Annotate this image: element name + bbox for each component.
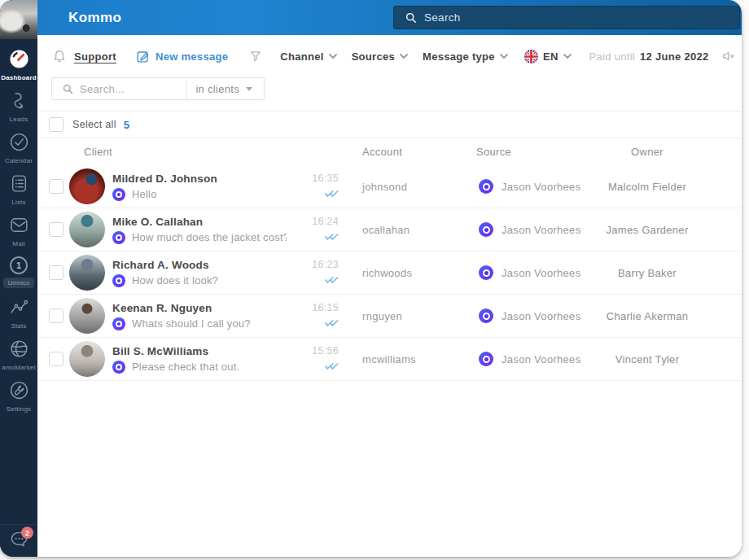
sidebar-item-label: Stats xyxy=(11,322,26,330)
search-scope-dropdown[interactable]: in clients xyxy=(186,78,264,99)
sidebar: Dashboard Leads Calendar Lists Mail xyxy=(0,0,37,557)
row-checkbox[interactable] xyxy=(49,265,64,280)
client-name: Mildred D. Johnson xyxy=(112,173,217,185)
client-name: Keenan R. Nguyen xyxy=(112,302,251,314)
client-cell: Bill S. McWilliams Please check that out… xyxy=(69,338,350,380)
client-last-message: Hello xyxy=(112,188,217,201)
sidebar-item-leads[interactable]: Leads xyxy=(0,86,37,128)
umnico-message-icon xyxy=(112,361,125,374)
new-message-button[interactable]: New message xyxy=(155,50,228,63)
uk-flag-icon xyxy=(524,50,538,63)
sidebar-item-label: Settings xyxy=(7,405,32,413)
topbar: Kommo Search xyxy=(37,0,742,35)
language-dropdown[interactable]: EN xyxy=(524,50,572,63)
account-cell: rnguyen xyxy=(350,310,464,322)
source-cell: Jason Voorhees xyxy=(464,352,594,366)
column-header-owner: Owner xyxy=(594,146,700,158)
select-all-checkbox[interactable] xyxy=(49,117,64,132)
source-cell: Jason Voorhees xyxy=(464,222,594,237)
client-table-body: Mildred D. Johnson Hello 16:35 xyxy=(37,165,742,381)
table-row[interactable]: Mildred D. Johnson Hello 16:35 xyxy=(37,165,742,208)
filter-funnel-icon[interactable] xyxy=(249,50,262,63)
row-checkbox-cell xyxy=(49,308,69,323)
table-row[interactable]: Bill S. McWilliams Please check that out… xyxy=(37,338,742,381)
new-message-icon[interactable] xyxy=(136,50,150,63)
search-icon xyxy=(405,12,417,24)
source-cell: Jason Voorhees xyxy=(464,179,594,194)
time-block: 16:15 xyxy=(312,302,339,327)
support-link[interactable]: Support xyxy=(74,50,116,63)
client-last-message: How much does the jacket cost? xyxy=(112,231,287,244)
global-search-placeholder: Search xyxy=(424,11,461,24)
toolbar: Support New message Channel Sources Mess… xyxy=(37,35,742,77)
channel-dropdown[interactable]: Channel xyxy=(280,50,336,63)
client-name: Richard A. Woods xyxy=(112,259,218,271)
sources-dropdown[interactable]: Sources xyxy=(352,50,408,63)
client-search-row: Search... in clients xyxy=(37,77,742,112)
client-text: Mike O. Callahan How much does the jacke… xyxy=(112,216,287,244)
message-text: How much does the jacket cost? xyxy=(132,231,287,243)
owner-cell: Charlie Akerman xyxy=(594,310,700,322)
time-block: 15:56 xyxy=(312,345,339,370)
client-search-input[interactable]: Search... xyxy=(80,83,186,95)
row-checkbox-cell xyxy=(49,265,69,280)
row-checkbox[interactable] xyxy=(49,179,64,194)
umnico-source-icon xyxy=(479,308,493,323)
umnico-message-icon xyxy=(112,274,125,287)
double-check-icon xyxy=(324,276,339,284)
client-name: Mike O. Callahan xyxy=(112,216,287,228)
sidebar-item-umnico[interactable]: 1 Umnico xyxy=(0,252,37,293)
client-text: Bill S. McWilliams Please check that out… xyxy=(112,345,239,374)
sources-label: Sources xyxy=(352,50,395,63)
kommo-logo[interactable]: Kommo xyxy=(68,10,121,26)
sidebar-item-label: amoMarket xyxy=(2,364,36,371)
double-check-icon xyxy=(324,233,339,241)
client-cell: Keenan R. Nguyen Whats should I call you… xyxy=(69,295,350,337)
time-block: 16:23 xyxy=(312,259,339,284)
bell-icon[interactable] xyxy=(52,49,67,63)
chevron-down-icon xyxy=(329,54,337,59)
search-icon xyxy=(63,84,73,94)
paid-until-date: 12 June 2022 xyxy=(640,50,709,63)
sidebar-item-label: Lists xyxy=(11,199,25,206)
message-text: How does it look? xyxy=(132,274,218,287)
support-chat-button[interactable]: 2 xyxy=(0,524,37,557)
message-type-dropdown[interactable]: Message type xyxy=(423,50,508,63)
umnico-message-icon xyxy=(112,317,125,330)
sidebar-item-settings[interactable]: Settings xyxy=(0,376,37,418)
sidebar-item-mail[interactable]: Mail xyxy=(0,211,37,252)
sidebar-item-amomarket[interactable]: amoMarket xyxy=(0,335,37,376)
table-row[interactable]: Richard A. Woods How does it look? 16:23 xyxy=(37,252,742,295)
sidebar-item-dashboard[interactable]: Dashboard xyxy=(0,45,37,86)
owner-cell: James Gardener xyxy=(594,224,700,236)
mute-icon[interactable] xyxy=(722,50,737,62)
table-row[interactable]: Keenan R. Nguyen Whats should I call you… xyxy=(37,295,742,338)
message-time: 16:35 xyxy=(312,173,339,184)
account-cell: ocallahan xyxy=(350,224,464,236)
column-header-account: Account xyxy=(350,146,464,158)
sidebar-item-lists[interactable]: Lists xyxy=(0,169,37,211)
sidebar-item-label: Leads xyxy=(10,116,28,123)
message-text: Hello xyxy=(132,188,157,200)
main-content: Support New message Channel Sources Mess… xyxy=(37,35,742,557)
client-search-box: Search... in clients xyxy=(51,77,265,100)
row-checkbox[interactable] xyxy=(49,308,64,323)
client-text: Keenan R. Nguyen Whats should I call you… xyxy=(112,302,251,330)
row-checkbox[interactable] xyxy=(49,222,64,237)
umnico-source-icon xyxy=(479,179,493,194)
chevron-down-icon xyxy=(500,54,508,59)
client-last-message: Please check that out. xyxy=(112,361,239,374)
sidebar-item-label: Mail xyxy=(12,240,24,247)
sidebar-item-stats[interactable]: Stats xyxy=(0,293,37,335)
sidebar-item-calendar[interactable]: Calendar xyxy=(0,128,37,169)
row-checkbox-cell xyxy=(49,352,69,366)
chevron-down-icon xyxy=(563,54,572,59)
message-time: 16:24 xyxy=(312,216,339,227)
time-block: 16:24 xyxy=(312,216,339,241)
row-checkbox[interactable] xyxy=(49,352,64,366)
client-text: Mildred D. Johnson Hello xyxy=(112,173,217,201)
clipboard-icon xyxy=(9,173,29,197)
global-search-input[interactable]: Search xyxy=(393,6,740,29)
table-row[interactable]: Mike O. Callahan How much does the jacke… xyxy=(37,208,742,252)
source-name: Jason Voorhees xyxy=(502,181,580,193)
